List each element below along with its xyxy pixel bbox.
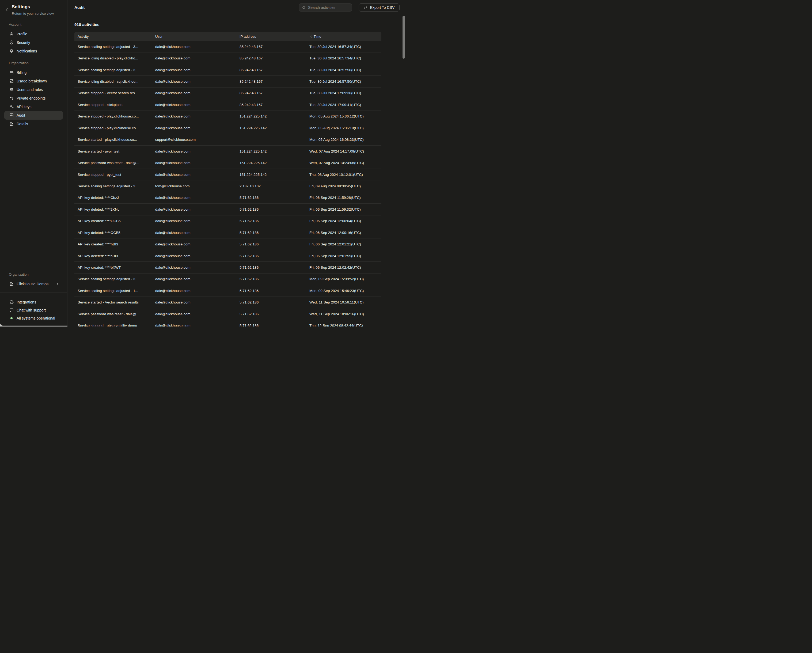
back-button[interactable]	[4, 7, 10, 12]
table-row[interactable]: Service password was reset - dale@...dal…	[75, 157, 382, 169]
billing-icon	[9, 70, 14, 75]
org-switcher-section: Organization ClickHouse Demos	[0, 272, 67, 288]
sidebar-item-private-endpoints[interactable]: Private endpoints	[4, 94, 63, 102]
table-row[interactable]: API key created: ****bXWTdale@clickhouse…	[75, 262, 382, 273]
user-cell: support@clickhouse.com	[155, 137, 240, 142]
column-header-ip[interactable]: IP address	[240, 35, 309, 38]
time-cell: Fri, 06 Sep 2024 11:59:28(UTC)	[309, 195, 382, 200]
table-row[interactable]: API key deleted: ****OCB5dale@clickhouse…	[75, 227, 382, 238]
activity-cell: Service stopped - observability-demo	[78, 323, 155, 326]
user-cell: tom@clickhouse.com	[155, 184, 240, 188]
column-header-activity[interactable]: Activity	[78, 35, 155, 38]
sidebar-item-all-systems-operational[interactable]: All systems operational	[4, 314, 63, 322]
sidebar-item-audit[interactable]: Audit	[4, 111, 63, 120]
table-row[interactable]: Service stopped - play.clickhouse.co...d…	[75, 122, 382, 134]
sidebar-item-api-keys[interactable]: API keys	[4, 102, 63, 111]
table-row[interactable]: Service stopped - observability-demodale…	[75, 320, 382, 327]
sidebar-item-label: Notifications	[17, 49, 37, 53]
table-row[interactable]: Service started - pypi_testdale@clickhou…	[75, 146, 382, 157]
org-switcher-clickhouse-demos[interactable]: ClickHouse Demos	[4, 280, 63, 288]
ip-cell: 85.242.48.167	[240, 45, 309, 49]
sidebar-item-billing[interactable]: Billing	[4, 68, 63, 77]
table-row[interactable]: Service started - Vector search resultsd…	[75, 297, 382, 308]
settings-sidebar: Settings Return to your service view Acc…	[0, 0, 67, 326]
user-cell: dale@clickhouse.com	[155, 79, 240, 84]
ip-cell: 5.71.62.186	[240, 323, 309, 326]
sidebar-item-profile[interactable]: Profile	[4, 30, 63, 38]
building-icon	[9, 122, 14, 126]
table-row[interactable]: API key deleted: ****CbzJdale@clickhouse…	[75, 192, 382, 204]
user-cell: dale@clickhouse.com	[155, 150, 240, 153]
user-cell: dale@clickhouse.com	[155, 231, 240, 235]
sidebar-item-label: Billing	[17, 70, 26, 75]
table-row[interactable]: Service stopped - clickpipesdale@clickho…	[75, 99, 382, 111]
table-row[interactable]: API key deleted: ****hBI3dale@clickhouse…	[75, 250, 382, 262]
table-row[interactable]: Service scaling settings adjusted - 3...…	[75, 273, 382, 285]
sort-descending-icon	[309, 35, 313, 38]
time-cell: Fri, 06 Sep 2024 12:00:16(UTC)	[309, 231, 382, 235]
user-cell: dale@clickhouse.com	[155, 126, 240, 130]
scrollbar-thumb[interactable]	[403, 16, 405, 59]
search-icon	[302, 6, 306, 10]
sidebar-item-users-and-roles[interactable]: Users and roles	[4, 85, 63, 94]
time-cell: Mon, 05 Aug 2024 15:36:19(UTC)	[309, 126, 382, 130]
user-cell: dale@clickhouse.com	[155, 45, 240, 49]
activity-cell: Service scaling settings adjusted - 1...	[78, 289, 155, 293]
table-row[interactable]: API key created: ****hBI3dale@clickhouse…	[75, 238, 382, 250]
activity-cell: API key created: ****OCB5	[78, 219, 155, 223]
table-row[interactable]: Service idling disabled - sql.clickhou..…	[75, 76, 382, 87]
column-header-user[interactable]: User	[155, 35, 240, 38]
activity-cell: API key created: ****bXWT	[78, 265, 155, 270]
time-cell: Fri, 06 Sep 2024 12:00:04(UTC)	[309, 219, 382, 223]
sidebar-item-details[interactable]: Details	[4, 120, 63, 128]
table-row[interactable]: Service started - play.clickhouse.co...s…	[75, 134, 382, 146]
org-switcher-label: Organization	[0, 272, 67, 277]
time-cell: Wed, 07 Aug 2024 14:24:06(UTC)	[309, 161, 382, 165]
ip-cell: 85.242.48.167	[240, 56, 309, 60]
table-row[interactable]: API key deleted: ****2KNcdale@clickhouse…	[75, 204, 382, 215]
ip-cell: 151.224.225.142	[240, 161, 309, 165]
activity-cell: Service stopped - play.clickhouse.co...	[78, 114, 155, 118]
activity-cell: API key deleted: ****hBI3	[78, 254, 155, 258]
user-cell: dale@clickhouse.com	[155, 91, 240, 95]
table-row[interactable]: Service stopped - play.clickhouse.co...d…	[75, 111, 382, 122]
column-header-time[interactable]: Time	[309, 35, 382, 38]
ip-cell: 5.71.62.186	[240, 289, 309, 293]
chevron-left-icon	[5, 7, 9, 12]
footer-item-label: Chat with support	[17, 308, 46, 312]
sidebar-item-notifications[interactable]: Notifications	[4, 47, 63, 55]
search-input[interactable]	[308, 5, 352, 10]
user-cell: dale@clickhouse.com	[155, 300, 240, 304]
activity-cell: Service stopped - Vector search res...	[78, 91, 155, 95]
table-row[interactable]: Service idling disabled - play.clickho..…	[75, 52, 382, 64]
table-row[interactable]: Service stopped - Vector search res...da…	[75, 87, 382, 99]
sidebar-header: Settings Return to your service view	[12, 4, 54, 15]
scrollbar-track[interactable]	[402, 15, 406, 326]
table-row[interactable]: Service scaling settings adjusted - 3...…	[75, 64, 382, 76]
activity-cell: Service started - pypi_test	[78, 150, 155, 153]
sidebar-item-security[interactable]: Security	[4, 38, 63, 47]
users-icon	[9, 87, 14, 92]
export-csv-button[interactable]: Export To CSV	[359, 3, 400, 12]
table-row[interactable]: Service scaling settings adjusted - 3...…	[75, 41, 382, 52]
user-cell: dale@clickhouse.com	[155, 195, 240, 200]
chat-icon	[9, 308, 14, 313]
table-row[interactable]: API key created: ****OCB5dale@clickhouse…	[75, 215, 382, 227]
time-cell: Thu, 08 Aug 2024 10:12:01(UTC)	[309, 172, 382, 177]
user-cell: dale@clickhouse.com	[155, 242, 240, 246]
sidebar-item-integrations[interactable]: Integrations	[4, 298, 63, 306]
time-cell: Mon, 05 Aug 2024 15:36:12(UTC)	[309, 114, 382, 118]
sidebar-item-chat-with-support[interactable]: Chat with support	[4, 306, 63, 314]
ip-cell: 151.224.225.142	[240, 126, 309, 130]
user-cell: dale@clickhouse.com	[155, 172, 240, 177]
table-row[interactable]: Service password was reset - dale@...dal…	[75, 308, 382, 320]
time-cell: Mon, 05 Aug 2024 16:08:23(UTC)	[309, 137, 382, 142]
activity-cell: Service idling disabled - sql.clickhou..…	[78, 79, 155, 84]
sidebar-item-usage-breakdown[interactable]: Usage breakdown	[4, 77, 63, 85]
chevron-right-icon	[56, 282, 59, 285]
table-row[interactable]: Service scaling settings adjusted - 1...…	[75, 285, 382, 296]
table-row[interactable]: Service stopped - pypi_testdale@clickhou…	[75, 169, 382, 180]
sidebar-item-label: Users and roles	[17, 87, 43, 92]
activity-cell: Service started - play.clickhouse.co...	[78, 137, 155, 142]
table-row[interactable]: Service scaling settings adjusted - 2...…	[75, 180, 382, 192]
